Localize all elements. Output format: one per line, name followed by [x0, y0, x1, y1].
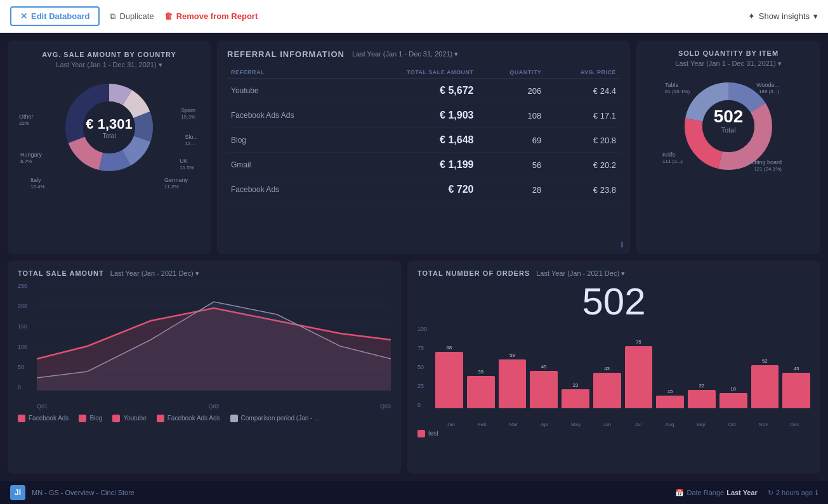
bar-value: 22	[699, 383, 704, 389]
bar-value: 45	[541, 364, 547, 370]
referral-table-row: Youtube € 5,672 206 € 24.4	[227, 79, 620, 103]
ref-avg: € 23.8	[545, 178, 620, 202]
ref-name: Facebook Ads	[227, 178, 349, 202]
legend-facebook-ads-ads-icon	[157, 415, 164, 422]
avg-sale-uk-label: UK11.5%	[180, 158, 194, 171]
referral-title: REFERRAL INFORMATION	[227, 49, 345, 59]
bar-rect	[720, 393, 747, 408]
edit-databoard-button[interactable]: ✕ Edit Databoard	[10, 6, 100, 26]
footer-left: JI MN - GS - Overview - Cinci Store	[10, 485, 135, 500]
footer-right: 📅 Date Range Last Year ↻ 2 hours ago ℹ	[675, 489, 818, 497]
total-sale-title: TOTAL SALE AMOUNT	[18, 269, 104, 277]
main-content: AVG. SALE AMOUNT BY COUNTRY Last Year (J…	[0, 33, 828, 481]
referral-table: Referral TOTAL SALE AMOUNT QUANTITY AVG.…	[227, 67, 620, 202]
bar-value: 39	[478, 369, 483, 375]
bar-chart-area: 100 75 50 25 0 68 39 59 45 23 43 75 15 2…	[417, 326, 810, 427]
bar-x-label: Apr	[529, 422, 560, 427]
ref-avg: € 24.4	[545, 79, 620, 103]
bar-value: 15	[667, 389, 673, 394]
bar-rect	[593, 373, 621, 408]
bar-rect	[499, 359, 527, 408]
bar-rect	[435, 352, 463, 408]
bar-x-label: Jun	[591, 422, 622, 427]
bar-column: 52	[751, 326, 779, 408]
bar-rect	[688, 390, 716, 408]
bar-column: 75	[625, 326, 653, 408]
ref-amount: € 1,648	[349, 128, 478, 153]
sold-qty-subtitle[interactable]: Last Year (Jan 1 - Dec 31, 2021) ▾	[645, 60, 812, 68]
duplicate-button[interactable]: ⧉ Duplicate	[110, 11, 154, 22]
sold-qty-donut-container: 502 Total Woode...189 (3...) Table81 (16…	[678, 75, 779, 177]
bar-rect	[656, 396, 684, 408]
referral-table-row: Blog € 1,648 69 € 20.8	[227, 128, 620, 153]
ref-amount: € 720	[349, 178, 478, 202]
legend-facebook-ads-ads: Facebook Ads Ads	[157, 415, 220, 422]
bar-column: 22	[688, 326, 716, 408]
top-row: AVG. SALE AMOUNT BY COUNTRY Last Year (J…	[8, 41, 820, 254]
total-orders-big-number: 502	[417, 283, 810, 321]
info-icon: ℹ	[621, 240, 624, 249]
ref-amount: € 1,903	[349, 103, 478, 128]
bar-y-axis: 100 75 50 25 0	[417, 326, 427, 408]
avg-sale-subtitle[interactable]: Last Year (Jan 1 - Dec 31, 2021) ▾	[18, 61, 200, 69]
bar-x-label: Nov	[748, 422, 779, 427]
sq-woode-label: Woode...189 (3...)	[756, 82, 779, 94]
show-insights-button[interactable]: ✦ Show insights ▾	[748, 11, 818, 21]
date-range-value: Last Year	[726, 489, 758, 496]
bar-value: 59	[509, 352, 515, 358]
line-x-axis: Q01 Q02 Q03	[37, 403, 391, 410]
legend-test: test	[417, 430, 438, 437]
total-orders-filter[interactable]: Last Year (Jan - 2021 Dec) ▾	[536, 269, 625, 278]
bar-x-label: Feb	[466, 422, 497, 427]
clock-icon: ↻	[768, 489, 773, 497]
footer: JI MN - GS - Overview - Cinci Store 📅 Da…	[0, 481, 828, 504]
avg-sale-title: AVG. SALE AMOUNT BY COUNTRY	[18, 51, 200, 58]
bar-x-axis: JanFebMarAprMayJunJulAugSepOctNovDec	[435, 422, 810, 427]
duplicate-icon: ⧉	[110, 11, 115, 22]
bar-column: 59	[499, 326, 527, 408]
referral-table-row: Gmail € 1,199 56 € 20.2	[227, 153, 620, 178]
brand-logo: JI	[10, 485, 25, 500]
legend-facebook-ads-icon	[18, 415, 25, 422]
bottom-row: TOTAL SALE AMOUNT Last Year (Jan - 2021 …	[8, 261, 820, 474]
bar-rect	[467, 376, 495, 408]
total-sale-filter[interactable]: Last Year (Jan - 2021 Dec) ▾	[110, 269, 199, 278]
legend-test-icon	[417, 430, 425, 437]
referral-table-header: Referral TOTAL SALE AMOUNT QUANTITY AVG.…	[227, 67, 620, 79]
referral-filter-dropdown[interactable]: Last Year (Jan 1 - Dec 31, 2021) ▾	[352, 50, 458, 58]
bar-column: 15	[656, 326, 684, 408]
avg-sale-germany-label: Germany11.2%	[164, 177, 188, 190]
sold-qty-title: SOLD QUANTITY BY ITEM	[645, 49, 812, 57]
ref-avg: € 20.8	[545, 128, 620, 153]
avg-sale-hungary-label: Hungary8.7%	[20, 152, 42, 164]
legend-facebook-ads: Facebook Ads	[18, 415, 69, 422]
bar-value: 68	[446, 345, 452, 351]
avg-sale-filter-chevron: ▾	[159, 61, 162, 68]
bar-column: 18	[720, 326, 747, 408]
bar-x-label: Jul	[623, 422, 654, 427]
referral-panel: REFERRAL INFORMATION Last Year (Jan 1 - …	[217, 41, 630, 254]
ref-qty: 69	[478, 128, 546, 153]
footer-time: ↻ 2 hours ago ℹ	[768, 489, 818, 497]
total-sale-header: TOTAL SALE AMOUNT Last Year (Jan - 2021 …	[18, 269, 391, 278]
legend-comparison: Comparison period (Jan - ...	[230, 415, 320, 422]
ref-qty: 108	[478, 103, 546, 128]
ref-avg: € 20.2	[545, 153, 620, 178]
sq-cutting-label: Cutting board121 (24.1%)	[747, 159, 782, 172]
remove-from-report-button[interactable]: 🗑 Remove from Report	[164, 11, 258, 21]
bar-rect	[782, 373, 810, 408]
svg-text:Total: Total	[721, 126, 735, 134]
col-avg-price: AVG. PRICE	[545, 67, 620, 79]
legend-blog-icon	[79, 415, 86, 422]
toolbar: ✕ Edit Databoard ⧉ Duplicate 🗑 Remove fr…	[0, 0, 828, 33]
avg-sale-value: € 1,301	[86, 116, 132, 132]
footer-title: MN - GS - Overview - Cinci Store	[32, 489, 135, 496]
avg-sale-country-labels: Other22% Spain15.3% Slo...12.... UK11.5%…	[18, 183, 200, 209]
col-total-sale: TOTAL SALE AMOUNT	[349, 67, 478, 79]
avg-sale-slo-label: Slo...12....	[185, 134, 198, 146]
avg-sale-donut-center: € 1,301 Total	[86, 116, 132, 139]
line-chart-area: 250 200 150 100 50 0	[18, 283, 391, 410]
legend-youtube-icon	[112, 415, 120, 422]
col-referral: Referral	[227, 67, 349, 79]
bar-x-label: Sep	[685, 422, 716, 427]
